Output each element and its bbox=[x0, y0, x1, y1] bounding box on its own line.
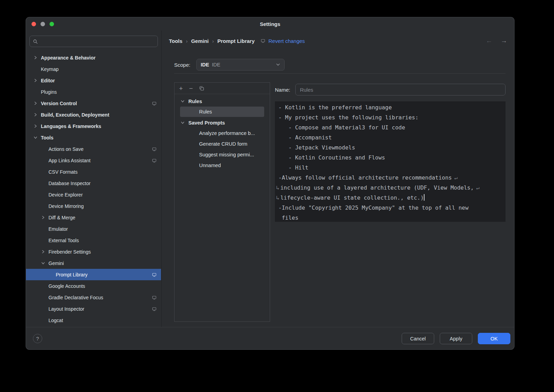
scope-value-detail: IDE bbox=[212, 62, 220, 67]
sidebar-item-database-inspector[interactable]: Database Inspector bbox=[26, 177, 161, 189]
sidebar-item-device-mirroring[interactable]: Device Mirroring bbox=[26, 200, 161, 212]
editor-line: - Kotlin is the preferred language bbox=[278, 102, 502, 112]
breadcrumb-item-gemini[interactable]: Gemini bbox=[191, 38, 209, 44]
add-prompt-button[interactable]: + bbox=[179, 85, 183, 92]
chevron-right-icon[interactable] bbox=[34, 101, 41, 105]
prompt-item-unnamed[interactable]: Unnamed bbox=[180, 160, 264, 171]
forward-arrow-icon[interactable]: → bbox=[501, 37, 507, 45]
footer-bar: ? Cancel Apply OK bbox=[26, 327, 514, 349]
prompt-item-analyze-performance-b[interactable]: Analyze performance b... bbox=[180, 128, 264, 138]
chevron-right-icon[interactable] bbox=[34, 113, 41, 117]
chevron-right-icon[interactable] bbox=[34, 56, 41, 60]
sidebar-item-tools[interactable]: Tools bbox=[26, 132, 161, 143]
back-arrow-icon[interactable]: ← bbox=[486, 37, 492, 45]
sidebar-item-diff-merge[interactable]: Diff & Merge bbox=[26, 212, 161, 223]
sidebar-item-build-execution-deployment[interactable]: Build, Execution, Deployment bbox=[26, 109, 161, 120]
minimize-window-button[interactable] bbox=[41, 22, 45, 26]
sidebar-item-languages-frameworks[interactable]: Languages & Frameworks bbox=[26, 120, 161, 132]
settings-search[interactable] bbox=[29, 36, 158, 47]
sidebar-item-label: Emulator bbox=[48, 226, 68, 232]
ide-config-icon bbox=[152, 295, 157, 300]
sidebar-item-editor[interactable]: Editor bbox=[26, 75, 161, 86]
chevron-right-icon[interactable] bbox=[34, 79, 41, 82]
chevron-right-icon[interactable] bbox=[41, 216, 48, 219]
prompt-item-rules[interactable]: Rules bbox=[180, 107, 264, 117]
sidebar-item-app-links-assistant[interactable]: App Links Assistant bbox=[26, 155, 161, 166]
sidebar-item-emulator[interactable]: Emulator bbox=[26, 223, 161, 235]
sidebar-item-gradle-declarative-focus[interactable]: Gradle Declarative Focus bbox=[26, 292, 161, 303]
sidebar-item-label: Firebender Settings bbox=[48, 249, 91, 255]
settings-tree: Appearance & BehaviorKeymapEditorPlugins… bbox=[26, 52, 161, 327]
sidebar-item-csv-formats[interactable]: CSV Formats bbox=[26, 166, 161, 177]
copy-prompt-button[interactable] bbox=[199, 86, 204, 91]
chevron-right-icon[interactable] bbox=[34, 124, 41, 128]
breadcrumb-item-tools[interactable]: Tools bbox=[169, 38, 182, 44]
editor-line-text: - Accompanist bbox=[278, 134, 332, 141]
sidebar-item-plugins[interactable]: Plugins bbox=[26, 86, 161, 98]
prompt-group-label: Rules bbox=[188, 99, 202, 104]
history-nav: ← → bbox=[486, 37, 507, 45]
editor-line: - Compose and Material3 for UI code bbox=[278, 122, 502, 133]
sidebar-item-actions-on-save[interactable]: Actions on Save bbox=[26, 143, 161, 155]
close-window-button[interactable] bbox=[32, 22, 36, 26]
divider bbox=[174, 73, 506, 74]
chevron-down-icon[interactable] bbox=[181, 99, 188, 103]
sidebar-item-label: External Tools bbox=[48, 238, 79, 243]
prompt-item-label: Rules bbox=[199, 109, 212, 115]
prompt-tree: RulesRulesSaved PromptsAnalyze performan… bbox=[175, 94, 270, 171]
chevron-down-icon[interactable] bbox=[34, 136, 41, 139]
chevron-down-icon[interactable] bbox=[41, 261, 48, 265]
prompt-item-label: Analyze performance b... bbox=[199, 130, 255, 136]
editor-line-text: lifecycle-aware UI state collection., et… bbox=[280, 194, 424, 201]
editor-line: -Include "Copyright 2025 MyCompany" at t… bbox=[278, 203, 502, 213]
editor-line-text: - Hilt bbox=[278, 164, 309, 171]
search-icon bbox=[33, 39, 38, 44]
sidebar-item-gemini[interactable]: Gemini bbox=[26, 257, 161, 269]
sidebar-item-label: Plugins bbox=[41, 89, 57, 95]
remove-prompt-button[interactable]: − bbox=[189, 85, 193, 92]
prompt-group-rules[interactable]: Rules bbox=[175, 96, 270, 107]
ide-config-icon bbox=[152, 147, 157, 151]
apply-button[interactable]: Apply bbox=[440, 333, 472, 344]
revert-changes-link[interactable]: Revert changes bbox=[268, 38, 305, 44]
sidebar-item-label: Device Explorer bbox=[48, 192, 83, 198]
editor-line-text: - Compose and Material3 for UI code bbox=[278, 124, 405, 131]
sidebar-item-logcat[interactable]: Logcat bbox=[26, 314, 161, 326]
sidebar-item-google-accounts[interactable]: Google Accounts bbox=[26, 280, 161, 292]
sidebar-item-layout-inspector[interactable]: Layout Inspector bbox=[26, 303, 161, 314]
chevron-down-icon[interactable] bbox=[181, 121, 188, 125]
sidebar-item-label: Logcat bbox=[48, 318, 63, 323]
ide-config-icon bbox=[152, 158, 157, 163]
cancel-button[interactable]: Cancel bbox=[402, 333, 434, 344]
sidebar-item-keymap[interactable]: Keymap bbox=[26, 63, 161, 75]
help-button[interactable]: ? bbox=[33, 334, 42, 343]
breadcrumb-separator: › bbox=[212, 38, 214, 44]
editor-line: - Kotlin Coroutines and Flows bbox=[278, 153, 502, 163]
sidebar-item-external-tools[interactable]: External Tools bbox=[26, 235, 161, 246]
prompt-name-input[interactable] bbox=[295, 84, 506, 95]
sidebar-item-label: App Links Assistant bbox=[48, 158, 90, 163]
soft-wrap-icon: ↵ bbox=[476, 184, 480, 191]
sidebar-item-prompt-library[interactable]: Prompt Library bbox=[26, 269, 161, 280]
sidebar-item-appearance-behavior[interactable]: Appearance & Behavior bbox=[26, 52, 161, 63]
ok-button[interactable]: OK bbox=[478, 333, 510, 344]
scope-label: Scope: bbox=[174, 62, 190, 68]
editor-line: - Jetpack Viewmodels bbox=[278, 143, 502, 153]
sidebar-item-label: Actions on Save bbox=[48, 146, 83, 152]
prompt-item-generate-crud-form[interactable]: Generate CRUD form bbox=[180, 139, 264, 149]
breadcrumb-item-prompt-library[interactable]: Prompt Library bbox=[217, 38, 255, 44]
zoom-window-button[interactable] bbox=[50, 22, 54, 26]
soft-wrap-icon: ↳ bbox=[276, 194, 279, 201]
sidebar-item-firebender-settings[interactable]: Firebender Settings bbox=[26, 246, 161, 257]
prompt-item-label: Generate CRUD form bbox=[199, 141, 247, 147]
chevron-right-icon[interactable] bbox=[41, 250, 48, 254]
sidebar-item-version-control[interactable]: Version Control bbox=[26, 98, 161, 109]
prompt-text-editor[interactable]: - Kotlin is the preferred language- My p… bbox=[275, 101, 506, 222]
settings-search-input[interactable] bbox=[40, 39, 154, 44]
sidebar-item-label: Keymap bbox=[41, 66, 59, 72]
prompt-group-saved-prompts[interactable]: Saved Prompts bbox=[175, 117, 270, 128]
scope-select[interactable]: IDE IDE bbox=[196, 59, 285, 71]
chevron-down-icon bbox=[276, 63, 280, 66]
sidebar-item-device-explorer[interactable]: Device Explorer bbox=[26, 189, 161, 200]
prompt-item-suggest-missing-permi[interactable]: Suggest missing permi... bbox=[180, 149, 264, 160]
